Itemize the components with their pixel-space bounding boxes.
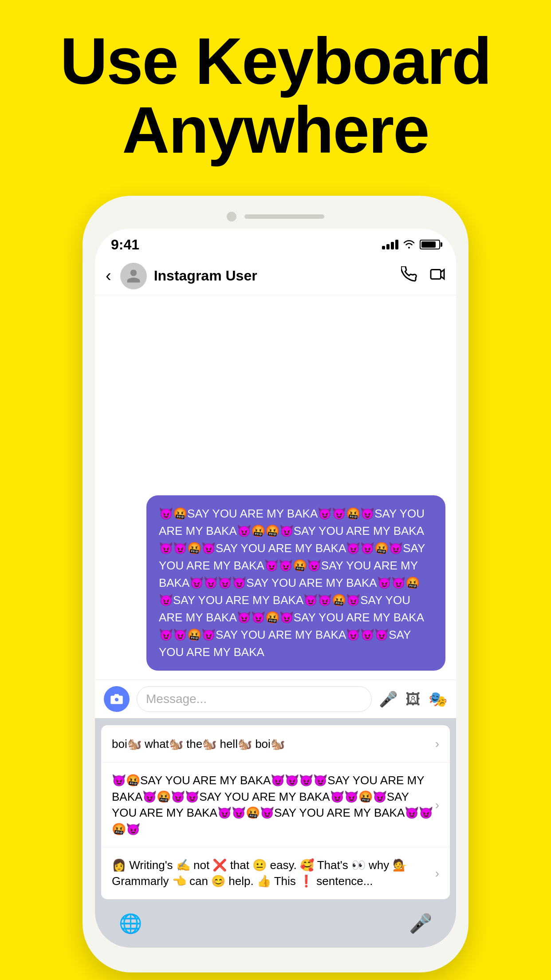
phone-screen: 9:41 — [95, 229, 456, 948]
phone-camera — [227, 212, 236, 221]
kb-microphone-icon[interactable]: 🎤 — [409, 913, 432, 934]
video-icon[interactable] — [429, 266, 445, 286]
headline-line2: Anywhere — [122, 93, 429, 166]
suggestion-text-3: 👩 Writing's ✍️ not ❌ that 😐 easy. 🥰 That… — [112, 857, 435, 889]
back-button[interactable]: ‹ — [106, 266, 111, 285]
headline-line1: Use Keyboard — [60, 24, 491, 98]
status-time: 9:41 — [111, 237, 139, 253]
avatar-icon — [126, 268, 142, 284]
phone-top-bar — [95, 208, 456, 229]
message-input-row: Message... 🎤 🖼 🎭 — [95, 680, 456, 718]
keyboard-suggestions: boi🐿️ what🐿️ the🐿️ hell🐿️ boi🐿️ › 😈🤬SAY … — [101, 725, 450, 899]
status-bar: 9:41 — [95, 229, 456, 257]
camera-button[interactable] — [104, 686, 130, 712]
ig-nav-icons — [401, 266, 445, 286]
message-bubble: 😈🤬SAY YOU ARE MY BAKA😈😈🤬😈SAY YOU ARE MY … — [146, 495, 445, 671]
ig-username: Instagram User — [154, 268, 401, 284]
message-placeholder: Message... — [146, 692, 207, 706]
svg-point-2 — [114, 698, 119, 702]
ig-nav: ‹ Instagram User — [95, 257, 456, 295]
suggestion-text-2: 😈🤬SAY YOU ARE MY BAKA😈😈😈😈SAY YOU ARE MY … — [112, 772, 435, 837]
suggestion-chevron-2: › — [435, 796, 439, 814]
keyboard-area: boi🐿️ what🐿️ the🐿️ hell🐿️ boi🐿️ › 😈🤬SAY … — [95, 718, 456, 948]
suggestion-text-1: boi🐿️ what🐿️ the🐿️ hell🐿️ boi🐿️ — [112, 736, 285, 752]
status-icons — [382, 239, 440, 250]
wifi-icon — [403, 239, 415, 250]
message-input[interactable]: Message... — [137, 686, 372, 712]
suggestion-chevron-3: › — [435, 865, 439, 882]
phone-speaker — [244, 214, 324, 219]
suggestion-row-1[interactable]: boi🐿️ what🐿️ the🐿️ hell🐿️ boi🐿️ › — [101, 725, 450, 763]
microphone-icon[interactable]: 🎤 — [379, 690, 398, 708]
phone-outer: 9:41 — [83, 196, 468, 972]
battery-icon — [420, 240, 440, 249]
image-icon[interactable]: 🖼 — [405, 691, 421, 708]
sticker-icon[interactable]: 🎭 — [429, 690, 447, 708]
svg-rect-0 — [431, 269, 441, 279]
globe-icon[interactable]: 🌐 — [119, 913, 142, 934]
signal-icon — [382, 240, 398, 249]
camera-icon — [110, 692, 123, 706]
suggestion-row-3[interactable]: 👩 Writing's ✍️ not ❌ that 😐 easy. 🥰 That… — [101, 847, 450, 899]
suggestion-chevron-1: › — [435, 735, 439, 752]
headline: Use Keyboard Anywhere — [0, 0, 551, 182]
keyboard-bottom-bar: 🌐 🎤 — [101, 905, 450, 948]
phone-icon[interactable] — [401, 266, 417, 286]
chat-area: 😈🤬SAY YOU ARE MY BAKA😈😈🤬😈SAY YOU ARE MY … — [95, 295, 456, 680]
suggestion-row-2[interactable]: 😈🤬SAY YOU ARE MY BAKA😈😈😈😈SAY YOU ARE MY … — [101, 763, 450, 847]
input-icons: 🎤 🖼 🎭 — [379, 690, 447, 708]
avatar — [120, 263, 147, 289]
phone-wrapper: 9:41 — [0, 182, 551, 972]
